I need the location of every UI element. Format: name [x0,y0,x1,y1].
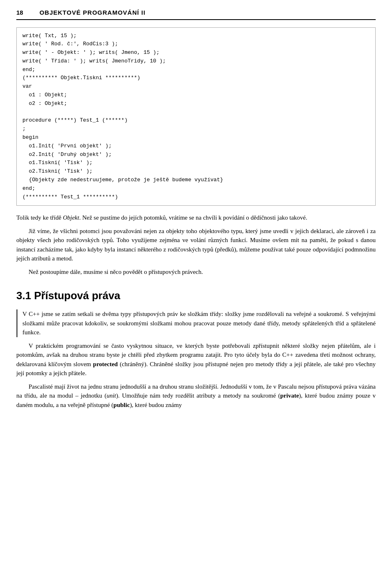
section-heading-3-1: 3.1 Přístupová práva [16,288,376,304]
para1-italic: Objekt [63,214,79,221]
section-intro-bar: V C++ jsme se zatím setkali se dvěma typ… [16,309,376,337]
page-header: 18 OBJEKTOVÉ PROGRAMOVÁNÍ II [16,8,376,20]
section-number: 3.1 [16,289,31,302]
section-para3-italic: unit [107,392,116,399]
section-para3-mid: ). Umožňuje nám tedy rozdělit atributy a… [116,392,280,399]
section-title: Přístupová práva [34,289,120,302]
section-para2-bold: protected [93,361,118,367]
page-title: OBJEKTOVÉ PROGRAMOVÁNÍ II [40,8,146,18]
section-para2: V praktickém programování se často vysky… [16,341,376,378]
section-para1: V C++ jsme se zatím setkali se dvěma typ… [22,309,376,337]
paragraph-objekt-intro: Tolik tedy ke třídě Objekt. Než se pustí… [16,213,376,222]
section-para3-bold1: private [280,392,299,399]
section-para3-bold2: public [114,402,130,408]
para1-text: Tolik tedy ke třídě [16,214,63,221]
section-para3-end: ), které budou známy [130,402,182,408]
paragraph-pristupova-prava-intro: Než postoupíme dále, musíme si něco pově… [16,267,376,277]
paragraph-potomci: Již víme, že všichni potomci jsou považo… [16,227,376,263]
page-number: 18 [16,8,23,18]
section-para3: Pascalisté mají život na jednu stranu je… [16,382,376,410]
para1-rest: . Než se pustíme do jejích potomků, vrát… [79,214,307,221]
code-block: write( Txt, 15 ); write( ' Rod. č:', Rod… [16,27,376,206]
